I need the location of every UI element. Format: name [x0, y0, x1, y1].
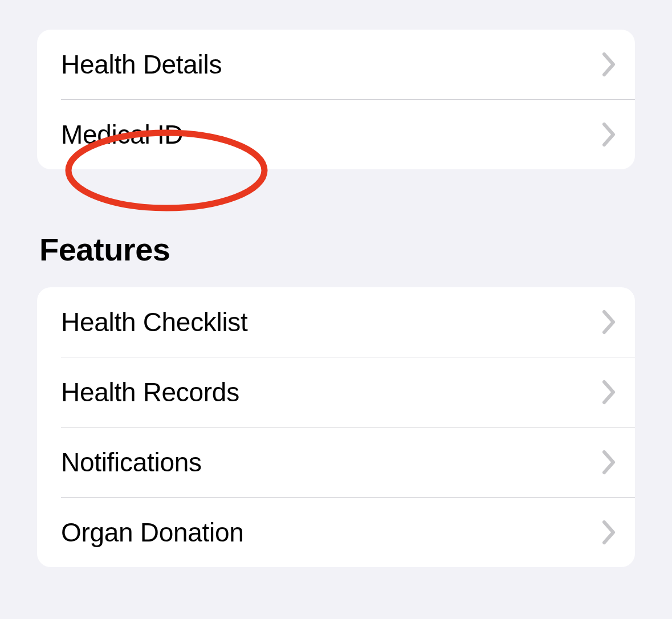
row-organ-donation[interactable]: Organ Donation	[37, 498, 635, 567]
settings-page: Health Details Medical ID	[0, 0, 672, 590]
chevron-right-icon	[602, 310, 618, 335]
row-health-details[interactable]: Health Details	[37, 30, 635, 99]
chevron-right-icon	[602, 450, 618, 475]
row-health-checklist[interactable]: Health Checklist	[37, 287, 635, 357]
row-label-notifications: Notifications	[61, 447, 202, 478]
row-health-records[interactable]: Health Records	[37, 357, 635, 427]
chevron-right-icon	[602, 520, 618, 545]
chevron-right-icon	[602, 52, 618, 77]
chevron-right-icon	[602, 122, 618, 147]
chevron-right-icon	[602, 380, 618, 405]
features-group: Health Checklist Health Records Notifica…	[37, 287, 635, 567]
row-label-health-details: Health Details	[61, 49, 222, 80]
row-notifications[interactable]: Notifications	[37, 427, 635, 497]
section-header-features: Features	[39, 231, 635, 268]
row-label-health-checklist: Health Checklist	[61, 307, 248, 337]
row-label-health-records: Health Records	[61, 377, 239, 408]
row-medical-id[interactable]: Medical ID	[37, 100, 635, 169]
row-label-medical-id: Medical ID	[61, 119, 183, 150]
top-group-wrap: Health Details Medical ID	[37, 30, 635, 169]
row-label-organ-donation: Organ Donation	[61, 517, 244, 548]
health-profile-group: Health Details Medical ID	[37, 30, 635, 169]
